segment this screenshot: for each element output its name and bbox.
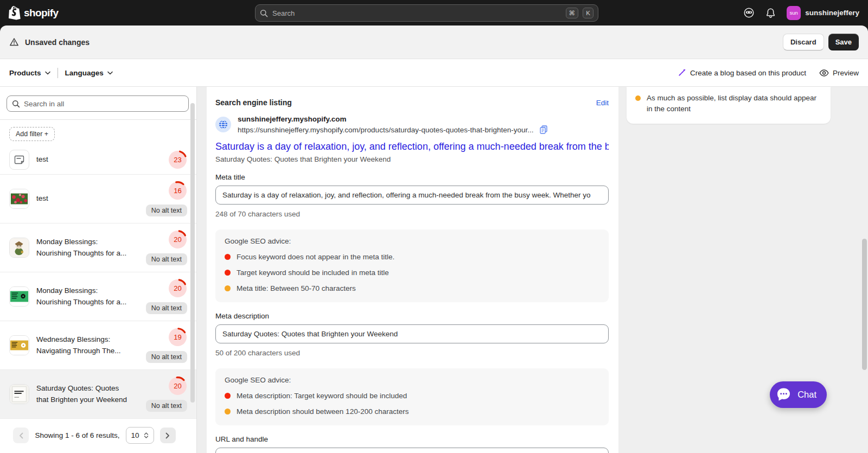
languages-dropdown[interactable]: Languages <box>65 69 113 77</box>
nav-divider <box>58 68 58 78</box>
warning-dot-icon <box>225 409 231 414</box>
user-name: sunshinejeffery <box>805 9 859 17</box>
product-list: test 23 test 16 No alt text <box>0 148 196 419</box>
no-alt-text-badge: No alt text <box>146 400 187 412</box>
advice-item: Meta description should between 120-200 … <box>225 407 599 416</box>
chat-bubble-icon <box>775 386 793 404</box>
user-menu[interactable]: sun sunshinejeffery <box>787 6 859 20</box>
preview-action[interactable]: Preview <box>819 69 859 77</box>
meta-title-counter: 248 of 70 characters used <box>215 210 609 218</box>
products-dropdown[interactable]: Products <box>9 69 50 77</box>
products-dropdown-label: Products <box>9 69 41 77</box>
next-page-button[interactable] <box>160 428 176 443</box>
preview-label: Preview <box>833 69 859 77</box>
serp-description: Saturday Quotes: Quotes that Brighten yo… <box>215 155 609 163</box>
warning-dot-icon <box>635 95 641 101</box>
list-item[interactable]: test 16 No alt text <box>0 175 196 224</box>
copy-icon[interactable] <box>540 125 547 134</box>
sidekick-icon[interactable] <box>743 7 755 18</box>
meta-title-label: Meta title <box>215 173 609 181</box>
no-alt-text-badge: No alt text <box>146 205 187 216</box>
meta-title-input[interactable] <box>215 186 609 205</box>
sidebar-search-input[interactable] <box>24 100 183 108</box>
issue-count-badge: 19 <box>168 328 187 347</box>
shopify-wordmark: shopify <box>24 7 58 19</box>
add-filter-button[interactable]: Add filter + <box>9 127 55 141</box>
list-item[interactable]: test 23 <box>0 148 196 175</box>
cmd-keycap: ⌘ <box>566 8 579 18</box>
page-scrollbar[interactable] <box>862 239 867 370</box>
seo-advice-box: Google SEO advice: Focus keyword does no… <box>215 229 609 302</box>
advice-item: Meta title: Between 50-70 characters <box>225 284 599 292</box>
issue-count-badge: 20 <box>168 377 187 395</box>
page-size-select[interactable]: 10 <box>126 427 154 444</box>
advice-heading: Google SEO advice: <box>225 237 599 245</box>
warning-triangle-icon <box>9 37 19 47</box>
product-thumbnail <box>9 335 29 355</box>
list-item-title: Monday Blessings: Nourishing Thoughts fo… <box>36 237 127 259</box>
error-dot-icon <box>225 254 231 260</box>
list-item-selected[interactable]: Saturday Quotes: Quotes that Brighten yo… <box>0 370 196 419</box>
serp-preview: sunshinejeffery.myshopify.com https://su… <box>215 115 609 163</box>
save-button[interactable]: Save <box>828 34 859 50</box>
meta-description-counter: 50 of 200 characters used <box>215 349 609 357</box>
unsaved-changes-label: Unsaved changes <box>25 38 90 47</box>
suggestions-panel: As much as possible, list display data s… <box>618 87 868 453</box>
discard-button[interactable]: Discard <box>783 34 824 50</box>
note-icon <box>9 150 29 170</box>
sidebar-scrollbar[interactable] <box>190 103 195 403</box>
advice-item: Meta description: Target keyword should … <box>225 392 599 400</box>
stepper-icon <box>144 432 149 439</box>
serp-title-link[interactable]: Saturday is a day of relaxation, joy, an… <box>215 141 609 152</box>
product-thumbnail <box>9 189 29 209</box>
previous-page-button[interactable] <box>13 428 29 443</box>
issue-count-badge: 16 <box>168 181 187 200</box>
chat-button[interactable]: Chat <box>770 381 827 408</box>
list-item-title: Wednesday Blessings: Navigating Through … <box>36 334 127 356</box>
no-alt-text-badge: No alt text <box>146 302 187 314</box>
list-item-title: Saturday Quotes: Quotes that Brighten yo… <box>36 383 127 405</box>
list-item[interactable]: Wednesday Blessings: Navigating Through … <box>0 321 196 370</box>
eye-icon <box>819 69 829 76</box>
search-icon <box>12 100 20 108</box>
page-size-value: 10 <box>131 431 139 439</box>
seo-tip-text: As much as possible, list display data s… <box>647 93 822 115</box>
seo-advice-box: Google SEO advice: Meta description: Tar… <box>215 368 609 425</box>
create-blog-action[interactable]: Create a blog based on this product <box>678 68 806 77</box>
advice-item: Focus keyword does not appear in the met… <box>225 253 599 261</box>
globe-icon <box>215 117 231 132</box>
search-icon <box>260 9 268 17</box>
serp-url: https://sunshinejeffery.myshopify.com/pr… <box>238 126 534 134</box>
seo-panel: Search engine listing Edit sunshinejeffe… <box>207 87 618 453</box>
resource-nav: Products Languages Create a blog based o… <box>0 59 868 87</box>
shopify-bag-icon <box>9 6 21 20</box>
global-search-input[interactable] <box>272 9 561 17</box>
issue-count-badge: 20 <box>168 279 187 298</box>
list-item[interactable]: Monday Blessings: Nourishing Thoughts fo… <box>0 272 196 321</box>
meta-description-label: Meta description <box>215 312 609 320</box>
url-handle-input[interactable]: https://sunshinejeffery.myshopify.com/pr… <box>215 448 609 453</box>
topbar: shopify ⌘ K sun sunshinejeffery <box>0 0 868 25</box>
user-avatar: sun <box>787 6 801 20</box>
k-keycap: K <box>583 8 593 18</box>
list-item-title: test <box>36 193 48 204</box>
edit-link[interactable]: Edit <box>596 99 609 107</box>
list-item-title: Monday Blessings: Nourishing Thoughts fo… <box>36 285 127 308</box>
list-item[interactable]: Monday Blessings: Nourishing Thoughts fo… <box>0 224 196 272</box>
product-thumbnail <box>9 286 29 307</box>
list-item-title: test <box>36 154 48 165</box>
global-search[interactable]: ⌘ K <box>255 4 598 22</box>
languages-dropdown-label: Languages <box>65 69 104 77</box>
chat-button-label: Chat <box>797 390 816 400</box>
no-alt-text-badge: No alt text <box>146 351 187 363</box>
advice-item: Target keyword should be included in met… <box>225 269 599 277</box>
error-dot-icon <box>225 270 231 276</box>
issue-count-badge: 20 <box>168 230 187 249</box>
meta-description-input[interactable] <box>215 324 609 343</box>
shopify-logo[interactable]: shopify <box>9 6 58 20</box>
pagination-summary: Showing 1 - 6 of 6 results, <box>35 431 119 439</box>
product-thumbnail <box>9 384 29 404</box>
sidebar-search[interactable] <box>7 95 189 112</box>
create-blog-label: Create a blog based on this product <box>690 69 806 77</box>
notifications-bell-icon[interactable] <box>765 8 776 18</box>
